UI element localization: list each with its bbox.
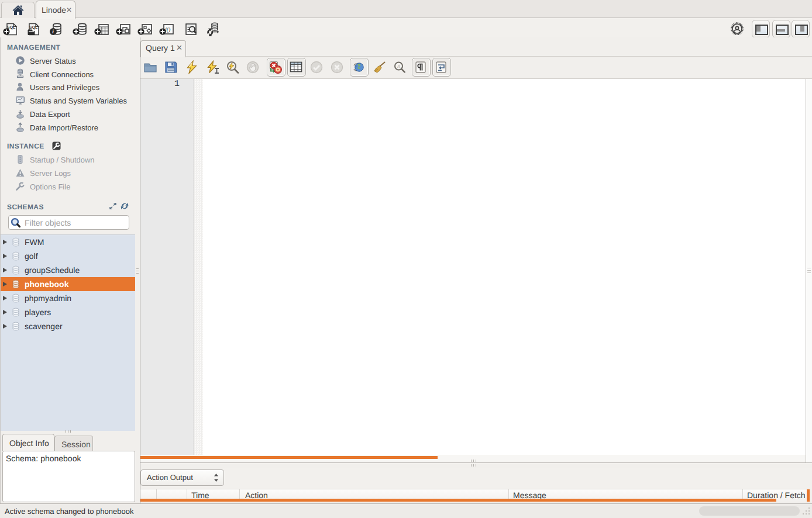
- svg-text:A: A: [397, 64, 401, 70]
- svg-text:i: i: [52, 29, 54, 35]
